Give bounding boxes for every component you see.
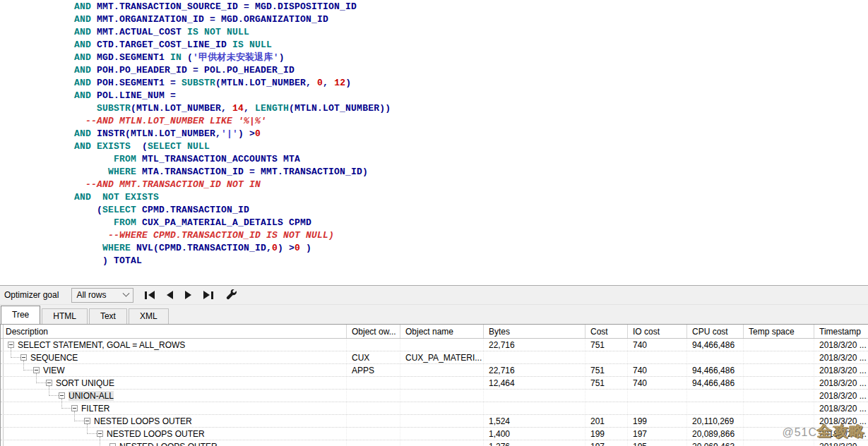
column-header-bytes[interactable]: Bytes [484, 325, 585, 338]
next-node-button[interactable] [185, 291, 191, 299]
collapse-node-icon[interactable] [109, 443, 116, 446]
plan-table-row[interactable]: SELECT STATEMENT, GOAL = ALL_ROWS22,7167… [1, 339, 868, 351]
sql-code[interactable]: AND MMT.TRANSACTION_SOURCE_ID = MGD.DISP… [0, 0, 868, 267]
collapse-node-icon[interactable] [71, 405, 78, 411]
plan-node-label[interactable]: SORT UNIQUE [56, 378, 114, 388]
plan-node-cell: SELECT STATEMENT, GOAL = ALL_ROWS [1, 339, 347, 351]
sql-line: AND POH.SEGMENT1 = SUBSTR(MTLN.LOT_NUMBE… [74, 77, 868, 90]
column-header-description[interactable]: Description [1, 325, 347, 338]
grid-header-row: DescriptionObject ow...Object nameBytesC… [1, 325, 868, 339]
plan-grid: DescriptionObject ow...Object nameBytesC… [0, 324, 868, 446]
first-icon [148, 291, 155, 299]
plan-toolbar: Optimizer goal All rows [0, 285, 868, 305]
column-header-object-name[interactable]: Object name [400, 325, 484, 338]
plan-node-label[interactable]: UNION-ALL [69, 391, 114, 401]
column-header-io-cost[interactable]: IO cost [628, 325, 687, 338]
plan-cell-cost: 751 [585, 377, 628, 389]
plan-cell-cost [585, 402, 628, 414]
plan-node-label[interactable]: NESTED LOOPS OUTER [107, 429, 205, 439]
plan-table-row[interactable]: FILTER2018/3/20 ... [1, 402, 868, 415]
plan-cell-owner [347, 377, 400, 389]
wrench-icon [226, 289, 237, 301]
column-header-cost[interactable]: Cost [585, 325, 628, 338]
previous-node-button[interactable] [167, 291, 173, 299]
tab-html[interactable]: HTML [42, 308, 88, 324]
plan-node-cell: VIEW [1, 364, 347, 376]
plan-table-row[interactable]: NESTED LOOPS OUTER1,27619719520,069,4632… [1, 440, 868, 446]
plan-cell-owner [347, 428, 400, 440]
sql-line: WHERE NVL(CPMD.TRANSACTION_ID,0) >0 ) [74, 242, 868, 255]
column-header-object-ow[interactable]: Object ow... [347, 325, 400, 338]
optimizer-goal-value: All rows [76, 290, 106, 300]
plan-cell-bytes: 1,524 [484, 415, 585, 427]
plan-cell-bytes [484, 390, 585, 402]
collapse-node-icon[interactable] [84, 418, 90, 424]
plan-cell-cpu [687, 351, 744, 363]
plan-cell-cost: 751 [585, 339, 628, 351]
collapse-node-icon[interactable] [33, 367, 40, 373]
tree-guide-line [100, 440, 100, 446]
tab-text[interactable]: Text [89, 308, 127, 324]
first-node-button[interactable] [145, 291, 155, 299]
sql-line: --AND MTLN.LOT_NUMBER LIKE '%|%' [74, 115, 868, 128]
plan-cell-temp [744, 351, 814, 363]
tree-guide-line [23, 361, 24, 363]
plan-cell-name: CUX_PA_MATERI... [400, 351, 484, 363]
plan-cell-owner [347, 339, 400, 351]
plan-node-cell: NESTED LOOPS OUTER [1, 440, 347, 446]
last-node-button[interactable] [203, 291, 213, 299]
column-header-timestamp[interactable]: Timestamp [814, 325, 868, 338]
plan-navigation [145, 291, 213, 299]
plan-cell-owner [347, 402, 400, 414]
tree-guide-line [74, 411, 75, 414]
column-header-cpu-cost[interactable]: CPU cost [687, 325, 744, 338]
plan-table-row[interactable]: UNION-ALL2018/3/20 ... [1, 390, 868, 402]
plan-cell-cpu: 94,466,486 [687, 364, 744, 376]
plan-table-row[interactable]: SORT UNIQUE12,46475174094,466,4862018/3/… [1, 377, 868, 390]
collapse-node-icon[interactable] [97, 430, 103, 437]
tree-guide-line [49, 395, 59, 396]
sql-line: ) TOTAL [74, 255, 868, 267]
sql-editor-pane[interactable]: AND MMT.TRANSACTION_SOURCE_ID = MGD.DISP… [0, 0, 868, 285]
collapse-node-icon[interactable] [20, 354, 27, 361]
plan-cell-io [628, 402, 687, 414]
collapse-node-icon[interactable] [59, 392, 65, 399]
plan-cell-temp [744, 339, 814, 351]
plan-cell-io [628, 351, 687, 363]
plan-cell-bytes: 1,400 [484, 428, 585, 440]
plan-cell-cost: 197 [585, 440, 628, 446]
tab-xml[interactable]: XML [129, 308, 169, 324]
plan-cell-io: 197 [628, 428, 687, 440]
plan-cell-ts: 2018/3/20 ... [814, 440, 868, 446]
previous-icon [167, 291, 173, 299]
collapse-node-icon[interactable] [46, 380, 52, 386]
next-icon [185, 291, 191, 299]
tree-guide-line [87, 433, 97, 434]
plan-cell-name [400, 402, 484, 414]
sql-line: FROM CUX_PA_MATERIAL_A_DETAILS CPMD [74, 217, 868, 229]
sql-line: (SELECT CPMD.TRANSACTION_ID [74, 204, 868, 217]
plan-node-label[interactable]: NESTED LOOPS OUTER [119, 442, 218, 446]
plan-node-cell: UNION-ALL [1, 390, 347, 402]
plan-table-row[interactable]: SEQUENCECUXCUX_PA_MATERI...2018/3/20 ... [1, 351, 868, 364]
plan-node-label[interactable]: SEQUENCE [30, 353, 78, 363]
collapse-node-icon[interactable] [8, 342, 14, 348]
column-header-temp-space[interactable]: Temp space [744, 325, 814, 338]
plan-node-cell: NESTED LOOPS OUTER [1, 415, 347, 427]
optimizer-goal-select[interactable]: All rows [71, 288, 133, 303]
sql-line: --AND MMT.TRANSACTION_ID NOT IN [74, 179, 868, 191]
plan-node-cell: SORT UNIQUE [1, 377, 347, 389]
plan-node-label[interactable]: SELECT STATEMENT, GOAL = ALL_ROWS [18, 340, 185, 350]
plan-cell-name [400, 428, 484, 440]
preferences-button[interactable] [226, 289, 237, 301]
plan-node-label[interactable]: FILTER [81, 404, 109, 414]
plan-node-label[interactable]: VIEW [43, 366, 65, 375]
plan-cell-io: 199 [628, 415, 687, 427]
plan-cell-owner [347, 390, 400, 402]
plan-table-row[interactable]: NESTED LOOPS OUTER1,40019919720,089,8662… [1, 428, 868, 440]
tab-tree[interactable]: Tree [1, 306, 40, 324]
plan-table-row[interactable]: VIEWAPPS22,71675174094,466,4862018/3/20 … [1, 364, 868, 377]
tree-guide-line [61, 399, 62, 402]
plan-node-label[interactable]: NESTED LOOPS OUTER [94, 416, 192, 426]
plan-table-row[interactable]: NESTED LOOPS OUTER1,52420119920,110,2692… [1, 415, 868, 428]
